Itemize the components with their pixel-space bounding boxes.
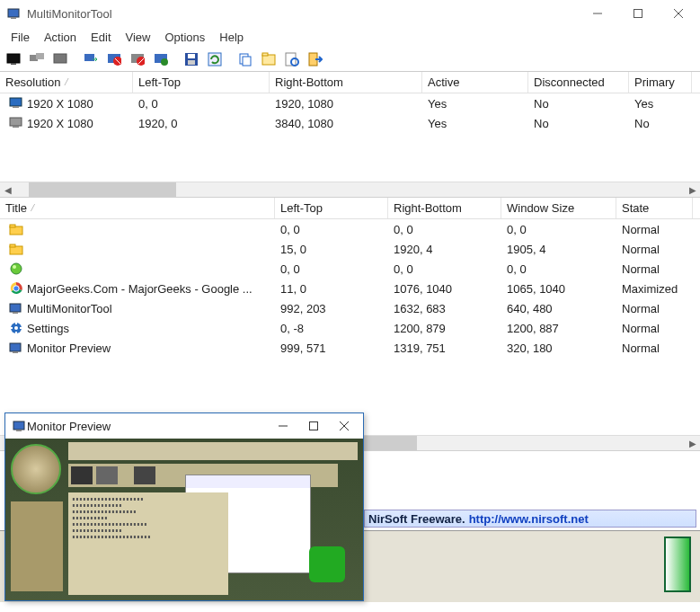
scroll-track[interactable] [15,182,685,197]
svg-rect-36 [10,225,15,227]
folder-icon [9,242,23,256]
svg-rect-34 [13,126,19,128]
monitor-off2-icon[interactable] [128,49,147,69]
cell: Yes [629,97,692,111]
monitors-header: Resolution⁄Left-TopRight-BottomActiveDis… [0,72,700,93]
cell: 0, 0 [133,97,270,111]
cell: Normal [616,341,693,355]
svg-point-46 [14,326,18,330]
cell: Normal [616,262,693,276]
close-button[interactable] [658,1,698,26]
exit-icon[interactable] [306,49,325,69]
column-header[interactable]: Disconnected [528,72,629,93]
monitor-net-icon[interactable] [151,49,171,69]
svg-rect-38 [10,244,15,247]
app-icon [9,301,23,315]
table-row[interactable]: MultiMonitorTool992, 2031632, 683640, 48… [0,298,700,318]
column-header[interactable]: Left-Top [275,198,388,218]
monitor-black-icon[interactable] [4,49,23,69]
menu-file[interactable]: File [4,29,37,46]
cell: Monitor Preview [0,341,275,355]
cell: Settings [0,321,275,335]
table-row[interactable]: 0, 00, 00, 0Normal [0,219,700,239]
column-header[interactable]: Right-Bottom [270,72,422,93]
monitor-grey-icon [9,116,23,130]
cell: No [629,117,692,130]
column-header[interactable]: Right-Bottom [388,198,501,218]
column-header[interactable]: Left-Top [133,72,270,93]
monitor-dim-icon[interactable] [50,49,70,69]
column-header[interactable]: State [616,198,693,218]
status-text: NirSoft Freeware. [368,512,465,526]
cell: 320, 180 [501,341,616,355]
cell: 0, 0 [388,262,501,276]
svg-rect-9 [36,53,44,59]
cell: 1920, 0 [133,117,270,130]
cell: Normal [616,243,693,256]
cell: No [528,97,629,111]
cell: MultiMonitorTool [0,301,275,315]
copy-icon[interactable] [235,49,255,69]
preview-content: ∎∎∎ ∎∎∎∎ ∎∎∎∎∎∎ ∎∎ ∎∎∎∎∎ ∎∎∎∎∎∎∎∎ ∎∎ ∎∎∎… [5,439,363,600]
table-row[interactable]: Monitor Preview999, 5711319, 751320, 180… [0,338,700,358]
status-bar: NirSoft Freeware. http://www.nirsoft.net [364,510,696,528]
svg-rect-32 [13,106,19,108]
cell: 1920 X 1080 [0,116,133,130]
svg-rect-54 [16,430,22,431]
scroll-thumb[interactable] [29,182,176,197]
preview-maximize-button[interactable] [298,415,329,437]
table-row[interactable]: 0, 00, 00, 0Normal [0,259,700,279]
menu-edit[interactable]: Edit [84,29,118,46]
cell: 0, 0 [388,223,501,236]
preview-minimize-button[interactable] [268,415,298,437]
monitors-rows: 1920 X 10800, 01920, 1080YesNoYes1920 X … [0,93,700,133]
menu-options[interactable]: Options [157,29,212,46]
scroll-right-arrow[interactable]: ▶ [685,182,700,198]
svg-rect-56 [310,422,318,430]
refresh-icon[interactable] [205,49,225,69]
monitors-h-scrollbar[interactable]: ◀ ▶ [0,182,700,197]
scroll-right-arrow[interactable]: ▶ [685,436,700,451]
table-row[interactable]: 15, 01920, 41905, 4Normal [0,239,700,259]
scroll-left-arrow[interactable]: ◀ [0,182,15,198]
menu-action[interactable]: Action [37,29,84,46]
preview-title-bar[interactable]: Monitor Preview [5,413,363,439]
column-header[interactable]: Window Size [501,198,616,218]
monitors-grey-icon[interactable] [27,49,47,69]
properties-icon[interactable] [259,49,279,69]
minimize-button[interactable] [577,1,617,26]
monitor-preview-window[interactable]: Monitor Preview ∎∎∎ ∎∎∎∎ ∎∎∎∎∎∎ ∎∎ ∎∎∎∎∎… [4,412,364,601]
monitor-off-icon[interactable] [104,49,124,69]
column-header[interactable]: Active [422,72,528,93]
save-icon[interactable] [182,49,201,69]
menu-bar: FileActionEditViewOptionsHelp [0,27,700,47]
svg-rect-11 [84,54,94,61]
gear-icon [9,321,23,335]
svg-rect-33 [10,118,22,126]
cell: 0, 0 [501,262,616,276]
maximize-button[interactable] [617,1,658,26]
table-row[interactable]: 1920 X 10801920, 03840, 1080YesNoNo [0,113,700,133]
menu-view[interactable]: View [119,29,158,46]
monitor-move-icon[interactable] [81,49,101,69]
status-link[interactable]: http://www.nirsoft.net [469,512,589,526]
folder-icon [9,222,23,236]
cell: 1632, 683 [388,302,501,315]
find-icon[interactable] [282,49,302,69]
table-row[interactable]: MajorGeeks.Com - MajorGeeks - Google ...… [0,279,700,298]
column-header[interactable]: Resolution⁄ [0,72,133,93]
table-row[interactable]: Settings0, -81200, 8791200, 887Normal [0,318,700,338]
svg-rect-27 [262,53,268,56]
column-header[interactable]: Title⁄ [0,198,275,218]
cell: Yes [422,117,528,130]
column-header[interactable]: Primary [629,72,692,93]
cell [0,222,275,236]
menu-help[interactable]: Help [212,29,251,46]
svg-rect-52 [13,351,18,353]
table-row[interactable]: 1920 X 10800, 01920, 1080YesNoYes [0,93,700,113]
cell: MajorGeeks.Com - MajorGeeks - Google ... [0,281,275,296]
windows-rows: 0, 00, 00, 0Normal15, 01920, 41905, 4Nor… [0,219,700,358]
preview-close-button[interactable] [329,415,359,437]
cell: 11, 0 [275,282,388,296]
app-icon [7,6,22,21]
